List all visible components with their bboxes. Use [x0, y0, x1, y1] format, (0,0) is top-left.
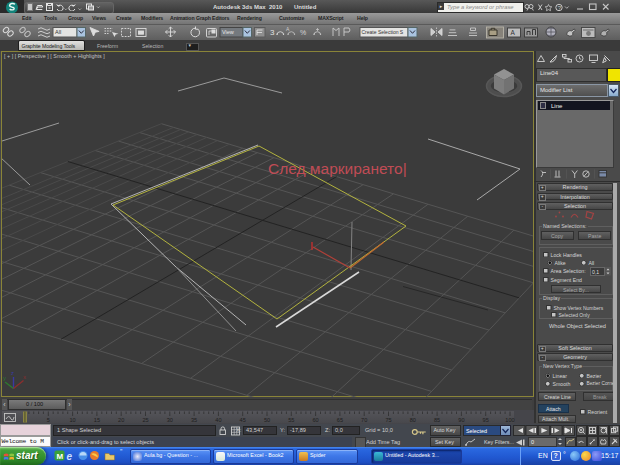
svg-text:70: 70 [361, 417, 367, 423]
svg-text:View: View [222, 29, 234, 35]
svg-text:100: 100 [505, 417, 514, 423]
svg-text:3: 3 [270, 28, 275, 37]
svg-text:40: 40 [215, 417, 221, 423]
svg-text:65: 65 [337, 417, 343, 423]
svg-text:%: % [300, 29, 306, 36]
svg-text:75: 75 [385, 417, 391, 423]
svg-text:95: 95 [483, 417, 489, 423]
svg-text:e: e [67, 451, 73, 462]
svg-text:M: M [57, 452, 64, 461]
svg-text:50: 50 [264, 417, 270, 423]
svg-text:45: 45 [240, 417, 246, 423]
svg-text:x: x [23, 374, 26, 380]
svg-text:5: 5 [47, 417, 50, 423]
svg-text:z: z [11, 370, 14, 376]
svg-text:55: 55 [288, 417, 294, 423]
svg-text:10: 10 [69, 417, 75, 423]
svg-text:60: 60 [312, 417, 318, 423]
svg-text:y: y [3, 375, 6, 381]
svg-text:85: 85 [434, 417, 440, 423]
svg-text:20: 20 [118, 417, 124, 423]
svg-text:Create Selection S: Create Selection S [362, 29, 404, 35]
svg-text:25: 25 [142, 417, 148, 423]
svg-text:15: 15 [94, 417, 100, 423]
svg-text:30: 30 [167, 417, 173, 423]
svg-text:35: 35 [191, 417, 197, 423]
svg-text:90: 90 [458, 417, 464, 423]
svg-text:A: A [286, 26, 290, 32]
svg-text:All: All [55, 29, 61, 35]
svg-text:80: 80 [410, 417, 416, 423]
svg-text:A: A [511, 29, 516, 36]
svg-text:След маркирането|: След маркирането| [268, 160, 407, 177]
